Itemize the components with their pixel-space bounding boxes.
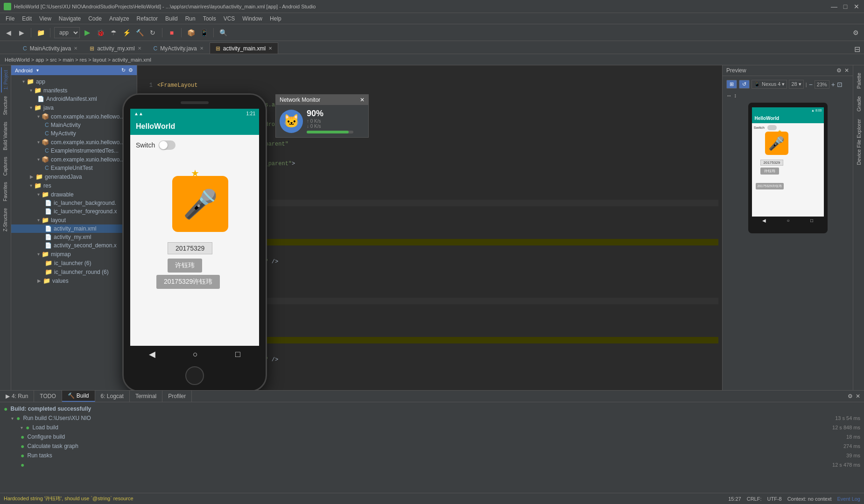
search-button[interactable]: 🔍: [218, 27, 229, 38]
api-selector[interactable]: 28 ▾: [789, 80, 803, 89]
tab-myactivity[interactable]: C MyActivity.java ✕: [148, 42, 210, 54]
menu-view[interactable]: View: [35, 14, 55, 23]
expand-arrow[interactable]: ▾: [30, 88, 32, 93]
minimize-button[interactable]: —: [830, 3, 838, 10]
resize-v-icon[interactable]: ↕: [734, 92, 737, 99]
expand-arrow[interactable]: ▾: [11, 416, 14, 421]
expand-arrow[interactable]: ▾: [37, 252, 40, 257]
tree-ic-launcher-bg[interactable]: 📄 ic_launcher_background.: [11, 199, 137, 207]
dropdown-arrow[interactable]: ▾: [36, 68, 39, 73]
phone-home-physical-button[interactable]: [185, 366, 204, 385]
menu-file[interactable]: File: [2, 14, 18, 23]
zoom-out-button[interactable]: −: [809, 81, 813, 88]
phone-home-button[interactable]: ○: [193, 350, 198, 359]
tab-close[interactable]: ✕: [74, 46, 77, 51]
split-view-button[interactable]: ⊟: [854, 45, 860, 54]
rotate-button[interactable]: ↺: [739, 80, 750, 89]
expand-arrow[interactable]: ▾: [37, 157, 40, 162]
logcat-tab[interactable]: 6: Logcat: [95, 391, 130, 402]
project-tab[interactable]: 1: Project: [1, 67, 10, 92]
menu-vcs[interactable]: VCS: [220, 14, 239, 23]
menu-run[interactable]: Run: [182, 14, 199, 23]
tree-layout[interactable]: ▾ 📁 layout: [11, 216, 137, 224]
expand-arrow[interactable]: ▾: [30, 183, 32, 188]
tree-res[interactable]: ▾ 📁 res: [11, 181, 137, 190]
tree-ic-launcher-round[interactable]: 📁 ic_launcher_round (6): [11, 267, 137, 276]
tree-app[interactable]: ▾ 📁 app: [11, 77, 137, 86]
tab-close[interactable]: ✕: [200, 46, 204, 51]
expand-arrow[interactable]: ▾: [37, 140, 40, 145]
expand-arrow[interactable]: ▾: [21, 425, 23, 430]
close-panel-icon[interactable]: ✕: [856, 393, 860, 399]
tab-activity-main[interactable]: ⊞ activity_main.xml ✕: [210, 42, 278, 54]
todo-tab[interactable]: TODO: [34, 391, 62, 402]
stop-button[interactable]: ■: [166, 27, 177, 38]
run-config-dropdown[interactable]: app: [54, 27, 80, 38]
profile-button[interactable]: ⚡: [121, 27, 132, 38]
sdk-manager-button[interactable]: 📦: [185, 27, 197, 38]
sync-project-icon[interactable]: ↻: [121, 67, 126, 73]
tab-activity-my[interactable]: ⊞ activity_my.xml ✕: [84, 42, 147, 54]
tree-androidmanifest[interactable]: 📄 AndroidManifest.xml: [11, 95, 137, 103]
phone-name-button[interactable]: 许钰玮: [168, 259, 202, 273]
menu-edit[interactable]: Edit: [18, 14, 35, 23]
project-settings-icon[interactable]: ⚙: [128, 67, 133, 73]
hide-panel-icon[interactable]: ⚙: [848, 393, 853, 399]
favorites-tab[interactable]: Favorites: [1, 179, 9, 204]
tab-close[interactable]: ✕: [268, 46, 272, 51]
debug-button[interactable]: 🐞: [95, 27, 106, 38]
menu-refactor[interactable]: Refactor: [133, 14, 162, 23]
tree-myactivity[interactable]: C MyActivity: [11, 129, 137, 138]
avd-manager-button[interactable]: 📱: [198, 27, 210, 38]
z-structure-tab[interactable]: Z-Structure: [1, 205, 9, 234]
profiler-tab[interactable]: Profiler: [162, 391, 192, 402]
run-coverage-button[interactable]: ☂: [108, 27, 119, 38]
tree-package-3[interactable]: ▾ 📦 com.example.xunio.hellowo...: [11, 155, 137, 164]
resize-icon[interactable]: ↔: [726, 92, 732, 99]
tree-mipmap[interactable]: ▾ 📁 mipmap: [11, 250, 137, 259]
tree-activity-my-xml[interactable]: 📄 activity_my.xml: [11, 233, 137, 241]
terminal-tab[interactable]: Terminal: [130, 391, 162, 402]
design-mode-button[interactable]: ⊞: [726, 80, 737, 89]
build-variants-tab[interactable]: Build Variants: [1, 119, 9, 153]
tree-example-unit[interactable]: C ExampleUnitTest: [11, 164, 137, 172]
recent-files-button[interactable]: 📁: [35, 27, 46, 38]
expand-arrow[interactable]: ▾: [37, 114, 40, 119]
menu-code[interactable]: Code: [84, 14, 105, 23]
structure-tab[interactable]: Structure: [1, 93, 9, 118]
mini-name-button[interactable]: 许钰玮: [760, 168, 779, 175]
expand-arrow[interactable]: ▾: [30, 105, 32, 110]
tree-package-2[interactable]: ▾ 📦 com.example.xunio.hellowo...: [11, 138, 137, 147]
tree-manifests[interactable]: ▾ 📁 manifests: [11, 86, 137, 95]
menu-window[interactable]: Window: [239, 14, 266, 23]
build-tab[interactable]: 🔨 Build: [62, 391, 95, 402]
sync-button[interactable]: ↻: [147, 27, 158, 38]
tree-ic-launcher[interactable]: 📁 ic_launcher (6): [11, 259, 137, 267]
zoom-in-button[interactable]: +: [831, 81, 835, 88]
expand-arrow[interactable]: ▾: [37, 192, 40, 197]
phone-back-button[interactable]: ◀: [149, 349, 155, 359]
tree-java[interactable]: ▾ 📁 java: [11, 103, 137, 112]
overlay-close[interactable]: ✕: [360, 97, 365, 103]
close-button[interactable]: ✕: [853, 3, 860, 10]
tree-activity-main-xml[interactable]: 📄 activity_main.xml: [11, 224, 137, 233]
tree-ic-launcher-fg[interactable]: 📄 ic_launcher_foreground.x: [11, 207, 137, 216]
fit-button[interactable]: ⊡: [837, 81, 843, 88]
menu-tools[interactable]: Tools: [199, 14, 220, 23]
back-button[interactable]: ◀: [3, 27, 14, 38]
tree-generated-java[interactable]: ▶ 📁 generatedJava: [11, 172, 137, 181]
palette-tab[interactable]: Palette: [854, 69, 864, 92]
menu-build[interactable]: Build: [162, 14, 182, 23]
event-log-link[interactable]: Event Log: [837, 496, 860, 502]
phone-combined-button[interactable]: 20175329许钰玮: [156, 275, 220, 289]
tree-mainactivity[interactable]: C MainActivity: [11, 121, 137, 129]
tab-mainactivity[interactable]: C MainActivity.java ✕: [17, 42, 84, 54]
expand-arrow[interactable]: ▾: [22, 79, 25, 84]
captures-tab[interactable]: Captures: [1, 154, 9, 179]
tree-activity-second[interactable]: 📄 activity_second_demon.x: [11, 241, 137, 250]
maximize-button[interactable]: □: [842, 3, 849, 10]
forward-button[interactable]: ▶: [16, 27, 27, 38]
hide-icon[interactable]: ✕: [844, 67, 849, 74]
build-button[interactable]: 🔨: [134, 27, 145, 38]
gradle-tab[interactable]: Gradle: [854, 92, 864, 115]
